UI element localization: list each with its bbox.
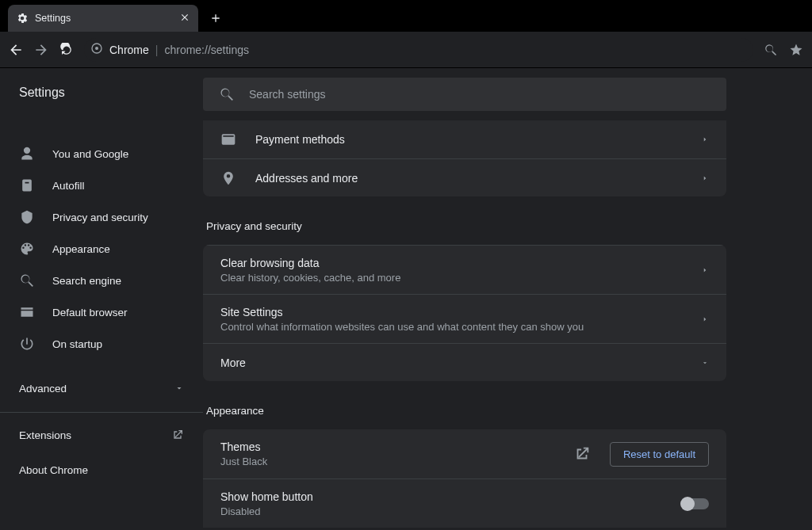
omnibox-divider: | [155, 44, 159, 56]
sidebar-item-default-browser[interactable]: Default browser [0, 296, 203, 328]
chrome-icon [90, 42, 103, 58]
chevron-right-icon [701, 312, 709, 326]
open-external-icon[interactable] [573, 445, 591, 463]
sidebar-extensions-label: Extensions [19, 429, 71, 441]
row-payment-methods[interactable]: Payment methods [203, 120, 726, 158]
privacy-card: Clear browsing data Clear history, cooki… [203, 245, 726, 381]
row-themes[interactable]: Themes Just Black Reset to default [203, 429, 726, 479]
autofill-card: Payment methods Addresses and more [203, 120, 726, 196]
section-title-privacy: Privacy and security [206, 220, 812, 232]
browser-tab-settings[interactable]: Settings [8, 5, 198, 32]
row-label: Show home button [220, 490, 663, 503]
tab-title: Settings [35, 13, 71, 24]
reset-to-default-button[interactable]: Reset to default [610, 442, 709, 467]
chevron-right-icon [701, 171, 709, 185]
row-label: Site Settings [220, 306, 682, 318]
new-tab-button[interactable] [205, 7, 227, 29]
sidebar-advanced-label: Advanced [19, 383, 67, 395]
star-icon[interactable] [788, 42, 804, 58]
sidebar-item-label: Appearance [52, 243, 110, 255]
settings-search[interactable] [203, 78, 726, 111]
row-site-settings[interactable]: Site Settings Control what information w… [203, 294, 726, 343]
search-icon [219, 86, 235, 102]
location-icon [220, 170, 236, 186]
back-button[interactable] [8, 42, 24, 58]
sidebar-extensions[interactable]: Extensions [0, 418, 203, 452]
sidebar: Settings You and Google Autofill Privacy… [0, 68, 203, 530]
forward-button[interactable] [33, 42, 49, 58]
row-clear-browsing-data[interactable]: Clear browsing data Clear history, cooki… [203, 245, 726, 294]
reload-button[interactable] [59, 42, 75, 58]
appearance-card: Themes Just Black Reset to default Show … [203, 429, 726, 528]
row-sublabel: Control what information websites can us… [220, 321, 682, 333]
page-title: Settings [0, 86, 203, 100]
chevron-right-icon [701, 263, 709, 277]
chevron-down-icon [701, 356, 709, 370]
sidebar-divider [0, 412, 203, 413]
row-label: Addresses and more [255, 172, 358, 185]
sidebar-item-privacy[interactable]: Privacy and security [0, 201, 203, 233]
gear-icon [16, 12, 29, 25]
toggle-home-button[interactable] [682, 498, 709, 509]
svg-point-1 [95, 47, 98, 50]
close-icon[interactable] [179, 12, 190, 25]
row-label: More [220, 357, 246, 369]
row-sublabel: Disabled [220, 505, 663, 517]
chevron-right-icon [701, 132, 709, 147]
section-title-appearance: Appearance [206, 405, 812, 417]
zoom-icon[interactable] [763, 42, 779, 58]
sidebar-item-label: Privacy and security [52, 212, 148, 223]
sidebar-item-you-and-google[interactable]: You and Google [0, 138, 203, 170]
card-icon [220, 132, 236, 147]
sidebar-about-label: About Chrome [19, 464, 88, 476]
sidebar-item-search-engine[interactable]: Search engine [0, 265, 203, 296]
tab-strip: Settings [0, 0, 812, 32]
sidebar-item-appearance[interactable]: Appearance [0, 233, 203, 265]
sidebar-item-label: On startup [52, 338, 102, 350]
row-label: Themes [220, 440, 554, 453]
row-sublabel: Just Black [220, 456, 554, 467]
omnibox[interactable]: Chrome | chrome://settings [84, 38, 753, 62]
sidebar-item-label: Search engine [52, 275, 121, 287]
open-external-icon [171, 429, 184, 441]
row-more[interactable]: More [203, 343, 726, 381]
sidebar-item-autofill[interactable]: Autofill [0, 170, 203, 201]
row-addresses[interactable]: Addresses and more [203, 158, 726, 196]
sidebar-item-on-startup[interactable]: On startup [0, 328, 203, 360]
row-label: Clear browsing data [220, 257, 682, 269]
browser-toolbar: Chrome | chrome://settings [0, 32, 812, 68]
row-label: Payment methods [255, 133, 345, 146]
search-input[interactable] [249, 88, 710, 101]
omnibox-url: chrome://settings [164, 44, 249, 56]
sidebar-advanced[interactable]: Advanced [0, 369, 203, 407]
sidebar-item-label: Default browser [52, 307, 128, 318]
omnibox-prefix: Chrome [109, 44, 149, 56]
sidebar-about[interactable]: About Chrome [0, 452, 203, 487]
main-panel: Payment methods Addresses and more Priva… [203, 68, 812, 530]
row-sublabel: Clear history, cookies, cache, and more [220, 272, 682, 284]
sidebar-item-label: You and Google [52, 148, 128, 160]
row-show-home-button[interactable]: Show home button Disabled [203, 479, 726, 528]
sidebar-item-label: Autofill [52, 180, 85, 192]
